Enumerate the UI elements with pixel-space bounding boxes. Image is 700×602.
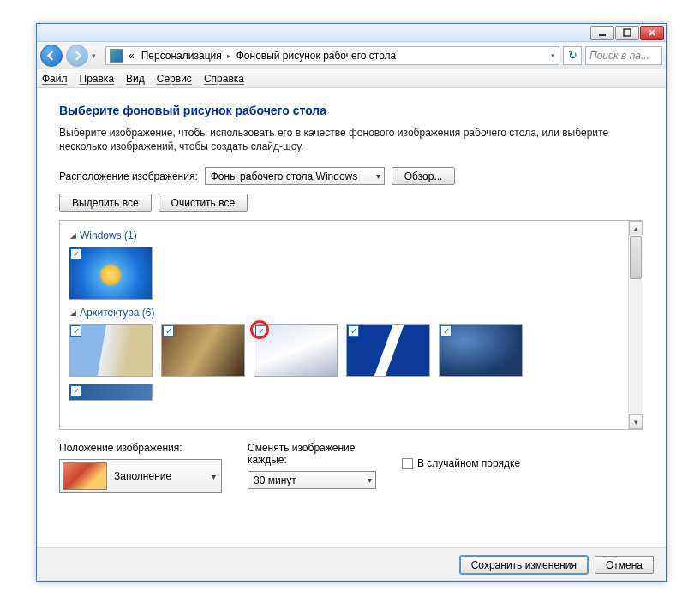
- wallpaper-thumbnail[interactable]: ✓: [69, 247, 153, 300]
- forward-button[interactable]: [66, 45, 88, 67]
- thumbnail-checkbox[interactable]: ✓: [348, 325, 359, 337]
- position-value: Заполнение: [114, 470, 171, 482]
- menu-view[interactable]: Вид: [126, 73, 145, 85]
- select-all-button[interactable]: Выделить все: [59, 194, 152, 212]
- change-interval-combo[interactable]: 30 минут: [248, 471, 376, 489]
- thumbnail-checkbox[interactable]: ✓: [163, 325, 174, 337]
- menu-edit[interactable]: Правка: [80, 73, 115, 85]
- scroll-up-icon[interactable]: ▴: [629, 221, 643, 235]
- wallpaper-gallery: ◢ Windows (1)✓◢ Архитектура (6)✓✓✓✓✓✓ ▴ …: [59, 220, 643, 430]
- breadcrumb-sep-icon: ▸: [227, 51, 231, 60]
- thumbnail-checkbox[interactable]: ✓: [70, 385, 81, 396]
- breadcrumb-parent[interactable]: Персонализация: [140, 50, 224, 62]
- wallpaper-thumbnail[interactable]: ✓: [161, 324, 245, 377]
- address-bar[interactable]: « Персонализация ▸ Фоновый рисунок рабоч…: [105, 46, 559, 65]
- save-button[interactable]: Сохранить изменения: [460, 556, 588, 574]
- thumbnail-checkbox[interactable]: ✓: [440, 325, 452, 337]
- content-area: Выберите фоновый рисунок рабочего стола …: [37, 88, 666, 493]
- back-button[interactable]: [40, 45, 63, 67]
- refresh-button[interactable]: ↻: [563, 46, 582, 65]
- desktop-background-window: ▾ « Персонализация ▸ Фоновый рисунок раб…: [36, 23, 667, 582]
- wallpaper-thumbnail[interactable]: ✓: [69, 384, 153, 401]
- page-title: Выберите фоновый рисунок рабочего стола: [59, 104, 643, 117]
- page-description: Выберите изображение, чтобы использовать…: [59, 126, 643, 153]
- breadcrumb-drop-icon[interactable]: ▾: [551, 51, 555, 60]
- change-interval-label: Сменять изображение каждые:: [248, 442, 376, 466]
- browse-button[interactable]: Обзор...: [392, 167, 456, 185]
- dialog-footer: Сохранить изменения Отмена: [37, 547, 666, 581]
- wallpaper-thumbnail[interactable]: ✓: [439, 324, 523, 377]
- wallpaper-thumbnail[interactable]: ✓: [346, 324, 430, 377]
- position-label: Положение изображения:: [59, 442, 222, 454]
- scroll-down-icon[interactable]: ▾: [629, 414, 643, 429]
- history-dropdown[interactable]: ▾: [92, 51, 102, 60]
- breadcrumb-prefix: «: [127, 50, 136, 62]
- svg-rect-0: [599, 34, 606, 36]
- thumbnail-checkbox[interactable]: ✓: [70, 248, 81, 259]
- close-button[interactable]: [640, 26, 664, 40]
- wallpaper-thumbnail[interactable]: ✓: [69, 324, 153, 377]
- menu-file[interactable]: Файл: [42, 73, 68, 85]
- shuffle-label[interactable]: В случайном порядке: [417, 457, 520, 469]
- thumbnail-checkbox[interactable]: ✓: [70, 325, 81, 337]
- location-icon: [110, 49, 123, 63]
- menu-help[interactable]: Справка: [204, 73, 244, 85]
- group-header[interactable]: ◢ Архитектура (6): [70, 307, 624, 319]
- menu-tools[interactable]: Сервис: [157, 73, 192, 85]
- menu-bar: Файл Правка Вид Сервис Справка: [37, 69, 666, 88]
- gallery-scrollbar[interactable]: ▴ ▾: [628, 221, 643, 429]
- nav-bar: ▾ « Персонализация ▸ Фоновый рисунок раб…: [37, 42, 666, 69]
- position-preview-icon: [63, 462, 107, 490]
- shuffle-checkbox[interactable]: [402, 458, 413, 469]
- position-combo[interactable]: Заполнение: [59, 459, 222, 493]
- svg-rect-1: [624, 29, 631, 36]
- clear-all-button[interactable]: Очистить все: [159, 194, 248, 212]
- search-input[interactable]: Поиск в па...: [585, 46, 662, 65]
- cancel-button[interactable]: Отмена: [595, 556, 654, 574]
- maximize-button[interactable]: [615, 26, 639, 40]
- scroll-thumb[interactable]: [630, 236, 642, 279]
- location-combo[interactable]: Фоны рабочего стола Windows: [205, 167, 385, 185]
- minimize-button[interactable]: [590, 26, 614, 40]
- titlebar: [37, 24, 666, 42]
- location-label: Расположение изображения:: [59, 170, 198, 182]
- group-header[interactable]: ◢ Windows (1): [70, 229, 624, 241]
- wallpaper-thumbnail[interactable]: ✓: [254, 324, 338, 377]
- breadcrumb-current[interactable]: Фоновый рисунок рабочего стола: [235, 50, 398, 62]
